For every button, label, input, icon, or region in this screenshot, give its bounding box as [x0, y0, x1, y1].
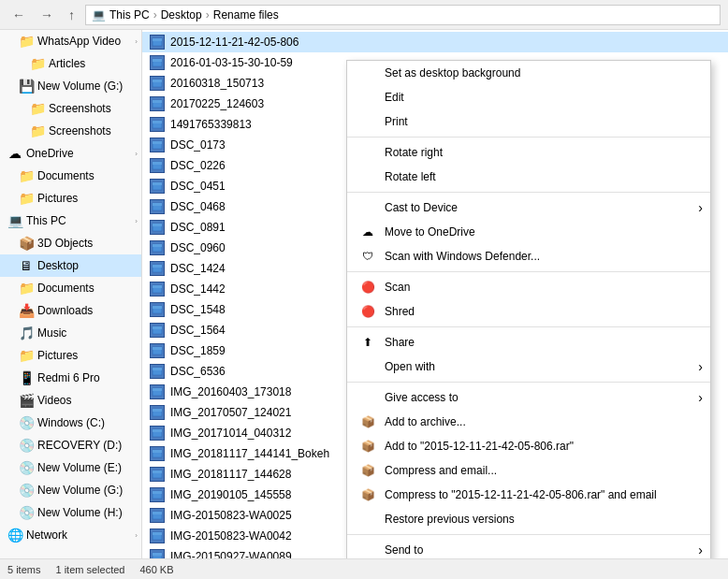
ctx-item-print[interactable]: Print [347, 109, 710, 134]
nav-up-button[interactable]: ↑ [64, 6, 80, 24]
sidebar-icon-redmi6: 📱 [19, 370, 34, 385]
ctx-label-share: Share [385, 336, 699, 349]
sidebar-label-recovery-d: RECOVERY (D:) [37, 439, 138, 452]
ctx-icon-share: ⬆ [358, 336, 377, 349]
sidebar-icon-desktop: 🖥 [19, 258, 34, 273]
sidebar-item-pictures-od[interactable]: 📁Pictures [0, 187, 141, 210]
file-icon [150, 158, 165, 173]
ctx-label-rotate-left: Rotate left [385, 170, 699, 183]
chevron-icon-whatsapp-video: › [135, 37, 138, 46]
sidebar-item-music[interactable]: 🎵Music [0, 322, 141, 344]
sidebar-label-documents-pc: Documents [37, 282, 138, 295]
ctx-item-move-to-onedrive[interactable]: ☁Move to OneDrive [347, 220, 710, 244]
file-icon [150, 323, 165, 338]
svg-rect-7 [153, 100, 162, 103]
svg-rect-37 [153, 409, 162, 412]
file-icon [150, 138, 165, 152]
ctx-item-share[interactable]: ⬆Share [347, 330, 710, 355]
sidebar-item-documents-od[interactable]: 📁Documents [0, 165, 141, 187]
sidebar-item-windows-c[interactable]: 💿Windows (C:) [0, 412, 141, 434]
nav-back-button[interactable]: ← [7, 6, 30, 24]
sidebar-item-redmi6[interactable]: 📱Redmi 6 Pro [0, 367, 141, 389]
file-label: IMG_20190105_145558 [170, 488, 291, 501]
ctx-label-compress-email: Compress and email... [385, 464, 699, 477]
sidebar-item-onedrive[interactable]: ☁OneDrive› [0, 142, 141, 165]
ctx-label-compress-rar-email: Compress to "2015-12-11-21-42-05-806.rar… [385, 488, 699, 501]
ctx-label-scan-defender: Scan with Windows Defender... [385, 250, 699, 263]
sidebar-label-this-pc: This PC [26, 214, 131, 227]
file-label: IMG_20160403_173018 [170, 385, 291, 398]
file-label: IMG_20181117_144628 [170, 468, 291, 481]
ctx-item-rotate-left[interactable]: Rotate left [347, 165, 710, 189]
svg-rect-5 [153, 80, 162, 82]
file-label: DSC_6536 [170, 365, 226, 378]
sidebar-item-recovery-d[interactable]: 💿RECOVERY (D:) [0, 434, 141, 456]
sidebar-item-documents-pc[interactable]: 📁Documents [0, 277, 141, 299]
sidebar-item-3d-objects[interactable]: 📦3D Objects [0, 232, 141, 254]
file-icon [150, 282, 165, 297]
sidebar-item-screenshots1[interactable]: 📁Screenshots [0, 97, 141, 120]
ctx-item-compress-email[interactable]: 📦Compress and email... [347, 458, 710, 483]
sidebar-item-whatsapp-video[interactable]: 📁WhatsApp Video› [0, 30, 141, 52]
ctx-item-add-archive[interactable]: 📦Add to archive... [347, 410, 710, 434]
sidebar-item-downloads[interactable]: 📥Downloads [0, 299, 141, 322]
ctx-item-give-access[interactable]: Give access to [347, 385, 710, 410]
ctx-item-edit[interactable]: Edit [347, 85, 710, 109]
ctx-item-open-with[interactable]: Open with [347, 355, 710, 379]
file-icon [150, 446, 165, 461]
sidebar-item-new-volume-g2[interactable]: 💿New Volume (G:) [0, 479, 141, 501]
sidebar-item-desktop[interactable]: 🖥Desktop [0, 254, 141, 277]
ctx-item-scan-defender[interactable]: 🛡Scan with Windows Defender... [347, 244, 710, 268]
title-bar: ← → ↑ 💻 This PC › Desktop › Rename files [0, 0, 728, 30]
sidebar-item-articles[interactable]: 📁Articles [0, 52, 141, 75]
ctx-item-set-desktop[interactable]: Set as desktop background [347, 61, 710, 85]
ctx-label-give-access: Give access to [385, 391, 699, 404]
sidebar-item-new-volume-e[interactable]: 💿New Volume (E:) [0, 456, 141, 479]
ctx-item-shred[interactable]: 🔴Shred [347, 299, 710, 324]
sidebar-label-screenshots2: Screenshots [49, 124, 138, 138]
file-icon [150, 117, 165, 132]
ctx-item-send-to[interactable]: Send to [347, 538, 710, 558]
file-label: 1491765339813 [170, 118, 252, 131]
file-icon [150, 405, 165, 420]
sidebar-item-videos[interactable]: 🎬Videos [0, 389, 141, 412]
ctx-item-add-rar[interactable]: 📦Add to "2015-12-11-21-42-05-806.rar" [347, 434, 710, 458]
ctx-item-cast-to-device[interactable]: Cast to Device [347, 195, 710, 220]
sidebar-icon-music: 🎵 [19, 326, 34, 340]
file-label: DSC_0960 [170, 241, 226, 254]
sidebar-item-new-volume-h[interactable]: 💿New Volume (H:) [0, 501, 141, 524]
selection-info: 1 item selected [55, 564, 124, 575]
sidebar-icon-new-volume-g: 💾 [19, 79, 34, 94]
file-item[interactable]: 2015-12-11-21-42-05-806 [142, 32, 728, 52]
file-icon [150, 76, 165, 91]
ctx-label-add-rar: Add to "2015-12-11-21-42-05-806.rar" [385, 440, 699, 453]
ctx-separator [347, 326, 710, 327]
sidebar-item-pictures-pc[interactable]: 📁Pictures [0, 344, 141, 367]
ctx-item-compress-rar-email[interactable]: 📦Compress to "2015-12-11-21-42-05-806.ra… [347, 483, 710, 507]
sidebar-icon-this-pc: 💻 [7, 213, 22, 228]
sidebar-item-this-pc[interactable]: 💻This PC› [0, 210, 141, 232]
sidebar-label-windows-c: Windows (C:) [37, 416, 138, 429]
address-bar: 💻 This PC › Desktop › Rename files [85, 5, 721, 25]
sidebar-item-network[interactable]: 🌐Network› [0, 524, 141, 546]
ctx-item-restore-versions[interactable]: Restore previous versions [347, 507, 710, 531]
svg-rect-13 [153, 162, 162, 165]
sidebar-item-new-volume-g[interactable]: 💾New Volume (G:) [0, 75, 141, 97]
ctx-label-add-archive: Add to archive... [385, 415, 699, 428]
sidebar-icon-3d-objects: 📦 [19, 236, 34, 251]
sidebar: 📁WhatsApp Video›📁Articles💾New Volume (G:… [0, 30, 142, 558]
file-icon [150, 549, 165, 558]
file-label: DSC_0468 [170, 200, 226, 213]
file-label: DSC_1442 [170, 282, 226, 296]
sidebar-item-screenshots2[interactable]: 📁Screenshots [0, 120, 141, 142]
file-label: 2016-01-03-15-30-10-59 [170, 56, 293, 69]
nav-forward-button[interactable]: → [36, 6, 58, 24]
svg-rect-19 [153, 224, 162, 226]
sidebar-label-network: Network [26, 528, 131, 542]
ctx-item-scan[interactable]: 🔴Scan [347, 275, 710, 299]
sidebar-icon-pictures-pc: 📁 [19, 348, 34, 363]
ctx-item-rotate-right[interactable]: Rotate right [347, 140, 710, 165]
svg-rect-23 [153, 265, 162, 268]
file-icon [150, 199, 165, 214]
svg-rect-33 [153, 368, 162, 370]
